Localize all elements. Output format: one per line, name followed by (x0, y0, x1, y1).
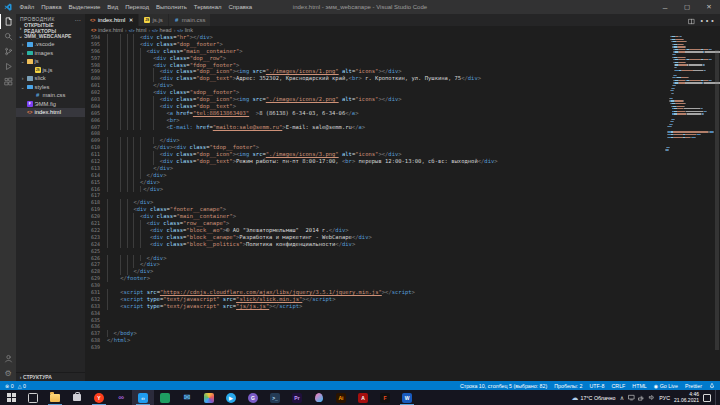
breadcrumb[interactable]: <>index.html›</>html›</>head›</>link (85, 26, 720, 34)
status-warnings-count: 0 (23, 383, 26, 389)
run-debug-icon[interactable] (0, 59, 16, 74)
indent-guides (107, 275, 120, 282)
code-token: div (153, 227, 163, 233)
bell-icon[interactable] (709, 383, 715, 389)
window-controls: ─▢✕ (654, 0, 720, 14)
file-explorer-icon[interactable] (44, 390, 66, 405)
settings-icon[interactable]: ⚙ (0, 366, 16, 381)
explorer-icon[interactable] (0, 14, 16, 29)
source-control-icon[interactable] (0, 44, 16, 59)
clock[interactable]: 4:46 21.06.2021 (674, 392, 699, 403)
task-view-icon[interactable] (22, 390, 44, 405)
tree-item-js.js[interactable]: JSjs.js (16, 66, 85, 75)
breadcrumb-item-index.html[interactable]: <>index.html (91, 27, 123, 33)
status-prettier[interactable]: Prettier (685, 383, 702, 389)
tab-main.css[interactable]: #main.css (169, 14, 212, 26)
status-crlf[interactable]: CRLF (612, 383, 626, 389)
breadcrumb-item-head[interactable]: </>head (152, 27, 172, 33)
windows-taskbar: Y∞‹›✉▶G>_PrAiAFW ☁ 17°C Облачно ∧ РУС 4:… (0, 390, 720, 405)
terminal-icon[interactable]: >_ (264, 390, 286, 405)
minimize-button[interactable]: ─ (654, 0, 676, 14)
tree-item-slick[interactable]: ›slick (16, 74, 85, 83)
status-go-live[interactable]: ◉Go Live (654, 383, 678, 389)
network-icon[interactable] (638, 394, 645, 401)
action-center-icon[interactable] (703, 394, 711, 402)
breadcrumb-label: index.html (98, 27, 123, 33)
telegram-icon[interactable]: ▶ (220, 390, 242, 405)
show-desktop-button[interactable] (715, 390, 719, 405)
tree-item-images[interactable]: ›images (16, 49, 85, 58)
status-пробелы-2[interactable]: Пробелы: 2 (554, 383, 582, 389)
file-icon-css: # (174, 17, 180, 23)
close-button[interactable]: ✕ (698, 0, 720, 14)
code-token: alt (339, 151, 352, 157)
illustrator-icon[interactable]: Ai (330, 390, 352, 405)
tree-item-js[interactable]: ⌄js (16, 57, 85, 66)
tray-expand-icon[interactable]: ∧ (619, 394, 624, 401)
acrobat-icon[interactable]: A (352, 390, 374, 405)
green-app-icon[interactable] (154, 390, 176, 405)
status-errors-count: 0 (11, 383, 14, 389)
menu-item-0[interactable]: Файл (16, 4, 38, 10)
extensions-icon[interactable] (0, 74, 16, 89)
tree-item-index.html[interactable]: <>index.html (16, 108, 85, 117)
figma-icon[interactable]: F (374, 390, 396, 405)
volume-icon[interactable] (648, 394, 655, 401)
menu-item-5[interactable]: Выполнить (153, 4, 191, 10)
droplet-app-icon[interactable] (308, 390, 330, 405)
minimap-line (665, 106, 713, 107)
status-строка-10-столбец-5-выбрано-82-[interactable]: Строка 10, столбец 5 (выбрано: 82) (460, 383, 547, 389)
code-line-content (105, 282, 107, 289)
tree-item-main.css[interactable]: #main.css (16, 91, 85, 100)
mail-icon[interactable]: ✉ (176, 390, 198, 405)
tree-item-.vscode[interactable]: ›.vscode (16, 40, 85, 49)
minimap-segment (672, 98, 673, 99)
minimap-line (665, 144, 713, 145)
indent-guides (107, 261, 140, 268)
start-button-icon[interactable] (0, 390, 22, 405)
minimap-line (665, 100, 713, 101)
scrollbar[interactable] (715, 50, 719, 350)
maximize-button[interactable]: ▢ (676, 0, 698, 14)
status-warnings[interactable]: △0 (18, 383, 26, 389)
status-utf-8[interactable]: UTF-8 (590, 383, 605, 389)
display-icon[interactable] (628, 394, 635, 401)
minimap-segment (713, 131, 714, 132)
menu-item-3[interactable]: Вид (104, 4, 122, 10)
photos-app-icon[interactable] (198, 390, 220, 405)
tab-js.js[interactable]: JSjs.js (139, 14, 168, 26)
yandex-browser-icon[interactable]: Y (88, 390, 110, 405)
open-editors-section[interactable]: › ОТКРЫТЫЕ РЕДАКТОРЫ (16, 24, 85, 32)
code-token: div (143, 213, 153, 219)
blue-app-icon[interactable]: W (396, 390, 418, 405)
minimap[interactable] (665, 36, 713, 155)
breadcrumb-item-link[interactable]: </>link (177, 27, 193, 33)
status-html[interactable]: HTML (632, 383, 646, 389)
file-icon-html: <> (90, 17, 96, 23)
search-icon[interactable] (0, 29, 16, 44)
status-errors[interactable]: ⊗0 (5, 383, 14, 389)
vs-code-icon[interactable]: ‹› (132, 390, 154, 405)
outline-section[interactable]: › СТРУКТУРА (16, 372, 85, 381)
weather-widget[interactable]: ☁ 17°C Облачно (572, 394, 616, 402)
menu-item-6[interactable]: Терминал (190, 4, 225, 10)
language-indicator[interactable]: РУС (659, 395, 670, 401)
minimap-line (665, 142, 713, 143)
breadcrumb-item-html[interactable]: </>html (129, 27, 147, 33)
account-icon[interactable] (0, 351, 16, 366)
code-editor[interactable]: 594<div class="hr"></div>595<div class="… (85, 34, 720, 381)
errors-icon: ⊗ (5, 383, 9, 389)
premiere-pro-icon[interactable]: Pr (286, 390, 308, 405)
github-desktop-icon[interactable]: G (242, 390, 264, 405)
menu-item-4[interactable]: Переход (122, 4, 153, 10)
tree-item-styles[interactable]: ⌄styles (16, 83, 85, 92)
menu-item-1[interactable]: Правка (38, 4, 65, 10)
tab-index.html[interactable]: <>index.html✕ (85, 14, 139, 26)
menu-item-7[interactable]: Справка (225, 4, 256, 10)
microsoft-store-icon[interactable] (66, 390, 88, 405)
tab-close-icon[interactable]: ✕ (129, 17, 134, 23)
weather-text: 17°C Облачно (581, 395, 616, 401)
tree-item-ЭММ.fig[interactable]: FЭММ.fig (16, 100, 85, 109)
menu-item-2[interactable]: Выделение (65, 4, 104, 10)
visual-studio-icon[interactable]: ∞ (110, 390, 132, 405)
